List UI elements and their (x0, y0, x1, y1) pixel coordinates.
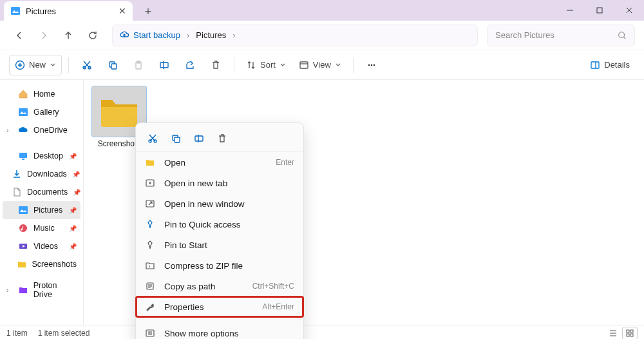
close-tab-icon[interactable]: ✕ (118, 6, 126, 16)
svg-point-6 (619, 32, 625, 37)
chevron-right-icon[interactable]: › (6, 127, 13, 134)
document-icon (12, 187, 22, 197)
download-icon (12, 169, 22, 179)
ctx-pin-quick-access[interactable]: Pin to Quick access (136, 214, 303, 235)
chevron-right-icon[interactable]: › (6, 287, 13, 294)
context-toolbar (136, 126, 303, 152)
search-placeholder: Search Pictures (495, 30, 554, 40)
sidebar-item-home[interactable]: Home (3, 85, 80, 103)
list-view-button[interactable] (605, 327, 621, 340)
back-button[interactable] (9, 25, 30, 46)
titlebar: Pictures ✕ + (0, 0, 644, 21)
svg-rect-45 (627, 334, 629, 336)
ctx-label: Open in new tab (164, 179, 227, 188)
pictures-icon (18, 205, 28, 215)
ctx-show-more[interactable]: Show more options (136, 323, 303, 339)
sidebar-item-gallery[interactable]: Gallery (3, 103, 80, 121)
ctx-pin-start[interactable]: Pin to Start (136, 235, 303, 255)
sidebar-label: Desktop (33, 151, 63, 160)
cut-button[interactable] (75, 55, 99, 75)
sidebar-label: OneDrive (33, 126, 68, 135)
paste-button[interactable] (127, 55, 150, 75)
ellipsis-icon (366, 60, 377, 70)
search-input[interactable]: Search Pictures (487, 24, 635, 46)
sidebar-item-music[interactable]: Music 📌 (3, 219, 80, 237)
sidebar-item-videos[interactable]: Videos 📌 (3, 237, 80, 255)
sort-label: Sort (260, 60, 276, 70)
content-area: Home Gallery › OneDrive Desktop 📌 Downlo… (0, 80, 644, 325)
more-icon (145, 328, 155, 338)
sidebar-item-documents[interactable]: Documents 📌 (3, 183, 80, 201)
ctx-copy-button[interactable] (166, 130, 186, 148)
start-backup-label: Start backup (133, 30, 180, 40)
ctx-open-new-window[interactable]: Open in new window (136, 193, 303, 214)
tab-pictures[interactable]: Pictures ✕ (4, 1, 133, 21)
breadcrumb-segment[interactable]: Pictures (196, 30, 226, 40)
ctx-label: Copy as path (164, 282, 216, 291)
pictures-icon (10, 6, 21, 16)
home-icon (18, 89, 28, 99)
forward-button[interactable] (33, 25, 54, 46)
sidebar-item-onedrive[interactable]: › OneDrive (3, 121, 80, 139)
rename-icon (159, 60, 169, 70)
ctx-copy-path[interactable]: Copy as path Ctrl+Shift+C (136, 276, 303, 296)
svg-rect-0 (11, 7, 20, 15)
up-button[interactable] (58, 25, 79, 46)
plus-circle-icon (15, 60, 25, 70)
ctx-open[interactable]: Open Enter (136, 152, 303, 173)
ctx-shortcut: Ctrl+Shift+C (252, 282, 294, 291)
ctx-rename-button[interactable] (189, 130, 209, 148)
new-tab-button[interactable]: + (139, 3, 157, 21)
close-window-button[interactable] (614, 0, 644, 21)
cloud-icon (18, 125, 28, 135)
copy-icon (108, 60, 118, 70)
share-button[interactable] (178, 55, 202, 75)
svg-rect-24 (19, 108, 28, 116)
sidebar-item-pictures[interactable]: Pictures 📌 (3, 201, 80, 219)
sidebar-item-desktop[interactable]: Desktop 📌 (3, 147, 80, 165)
copy-button[interactable] (101, 55, 124, 75)
ctx-cut-button[interactable] (142, 130, 163, 148)
status-bar: 1 item 1 item selected (0, 325, 644, 339)
view-button[interactable]: View (294, 55, 346, 75)
ctx-open-new-tab[interactable]: Open in new tab (136, 173, 303, 193)
svg-point-19 (368, 64, 370, 66)
svg-rect-28 (19, 206, 28, 214)
sidebar-item-downloads[interactable]: Downloads 📌 (3, 165, 80, 183)
ctx-label: Compress to ZIP file (164, 261, 243, 271)
folder-icon (17, 259, 27, 269)
folder-open-icon (145, 157, 155, 168)
pin-icon (145, 219, 155, 229)
sidebar-item-proton-drive[interactable]: › Proton Drive (3, 281, 80, 299)
ctx-label: Open (164, 158, 185, 168)
ctx-delete-button[interactable] (212, 130, 232, 148)
delete-button[interactable] (204, 55, 227, 75)
window-controls (555, 0, 644, 21)
svg-rect-44 (630, 330, 633, 333)
details-pane-button[interactable]: Details (585, 55, 635, 75)
start-backup-button[interactable]: Start backup (119, 30, 180, 41)
chevron-right-icon[interactable]: › (230, 30, 238, 40)
more-button[interactable] (360, 55, 383, 75)
ctx-label: Pin to Start (164, 240, 207, 250)
ctx-properties[interactable]: Properties Alt+Enter (136, 296, 303, 317)
new-window-icon (145, 199, 155, 209)
cut-icon (147, 133, 158, 144)
details-label: Details (604, 60, 630, 70)
new-button[interactable]: New (9, 55, 62, 75)
grid-view-button[interactable] (622, 327, 638, 340)
sidebar-item-screenshots[interactable]: Screenshots (3, 255, 80, 273)
rename-icon (194, 133, 204, 144)
sort-button[interactable]: Sort (241, 55, 291, 75)
grid-icon (625, 329, 634, 338)
sidebar-label: Music (33, 224, 55, 233)
ctx-compress-zip[interactable]: Compress to ZIP file (136, 255, 303, 276)
ctx-label: Pin to Quick access (164, 220, 241, 229)
maximize-button[interactable] (585, 0, 614, 21)
minimize-button[interactable] (555, 0, 585, 21)
rename-button[interactable] (153, 55, 176, 75)
address-bar[interactable]: Start backup › Pictures › (112, 24, 478, 46)
svg-rect-43 (627, 330, 629, 333)
refresh-button[interactable] (82, 25, 103, 46)
svg-rect-22 (591, 62, 599, 68)
